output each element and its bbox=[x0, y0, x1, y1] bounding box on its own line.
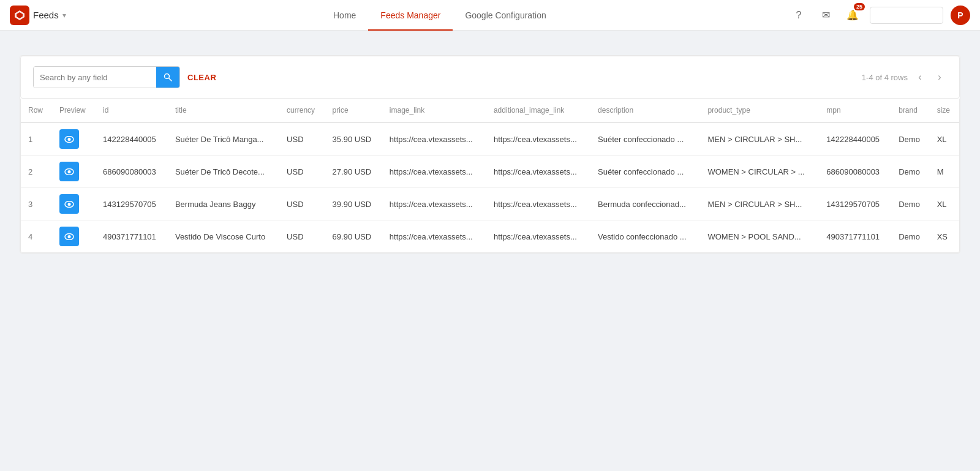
col-header-additional-image-link: additional_image_link bbox=[486, 99, 590, 122]
cell-title: Suéter De Tricô Decote... bbox=[168, 156, 279, 188]
cell-product-type: WOMEN > POOL SAND... bbox=[700, 220, 819, 253]
nav-item-home[interactable]: Home bbox=[321, 0, 368, 31]
table-row: 4 490371771101 Vestido De Viscose Curto … bbox=[21, 220, 959, 253]
cell-price: 27.90 USD bbox=[325, 156, 382, 188]
cell-preview[interactable] bbox=[52, 220, 96, 253]
svg-point-9 bbox=[68, 203, 71, 206]
col-header-brand: brand bbox=[891, 99, 929, 122]
cell-product-type: MEN > CIRCULAR > SH... bbox=[700, 122, 819, 156]
cell-size: XS bbox=[930, 220, 959, 253]
cell-brand: Demo bbox=[891, 122, 929, 156]
data-card: CLEAR 1-4 of 4 rows ‹ › Row Preview id t… bbox=[20, 55, 960, 254]
preview-button[interactable] bbox=[59, 194, 79, 214]
brand-area[interactable]: Feeds ▾ bbox=[10, 6, 66, 25]
cell-mpn: 490371771101 bbox=[819, 220, 891, 253]
col-header-title: title bbox=[168, 99, 279, 122]
cell-description: Vestido confeccionado ... bbox=[590, 220, 700, 253]
cell-id: 143129570705 bbox=[96, 188, 168, 220]
cell-brand: Demo bbox=[891, 220, 929, 253]
cell-id: 686090080003 bbox=[96, 156, 168, 188]
cell-product-type: MEN > CIRCULAR > SH... bbox=[700, 188, 819, 220]
cell-title: Bermuda Jeans Baggy bbox=[168, 188, 279, 220]
cell-title: Suéter De Tricô Manga... bbox=[168, 122, 279, 156]
cell-image-link: https://cea.vtexassets... bbox=[382, 188, 486, 220]
eye-icon bbox=[64, 168, 74, 175]
help-icon[interactable]: ? bbox=[789, 6, 809, 25]
table-row: 1 142228440005 Suéter De Tricô Manga... … bbox=[21, 122, 959, 156]
pagination-next-button[interactable]: › bbox=[932, 70, 947, 85]
cell-size: XL bbox=[930, 188, 959, 220]
pagination-text: 1-4 of 4 rows bbox=[862, 73, 908, 82]
notifications-wrapper[interactable]: 🔔 25 bbox=[843, 6, 862, 25]
preview-button[interactable] bbox=[59, 129, 79, 149]
cell-id: 142228440005 bbox=[96, 122, 168, 156]
cell-description: Suéter confeccionado ... bbox=[590, 122, 700, 156]
search-icon bbox=[164, 73, 172, 81]
cell-description: Bermuda confeccionad... bbox=[590, 188, 700, 220]
table-row: 2 686090080003 Suéter De Tricô Decote...… bbox=[21, 156, 959, 188]
cell-description: Suéter confeccionado ... bbox=[590, 156, 700, 188]
col-header-id: id bbox=[96, 99, 168, 122]
cell-mpn: 143129570705 bbox=[819, 188, 891, 220]
col-header-size: size bbox=[930, 99, 959, 122]
search-toolbar: CLEAR 1-4 of 4 rows ‹ › bbox=[20, 56, 960, 99]
preview-button[interactable] bbox=[59, 227, 79, 246]
data-table: Row Preview id title currency price imag… bbox=[21, 99, 959, 252]
cell-preview[interactable] bbox=[52, 188, 96, 220]
cell-title: Vestido De Viscose Curto bbox=[168, 220, 279, 253]
notification-badge: 25 bbox=[854, 3, 865, 10]
search-field-wrapper bbox=[33, 66, 180, 88]
cell-brand: Demo bbox=[891, 188, 929, 220]
cell-image-link: https://cea.vtexassets... bbox=[382, 220, 486, 253]
svg-point-5 bbox=[68, 138, 71, 141]
cell-price: 35.90 USD bbox=[325, 122, 382, 156]
col-header-price: price bbox=[325, 99, 382, 122]
data-table-container: Row Preview id title currency price imag… bbox=[20, 99, 960, 253]
cell-brand: Demo bbox=[891, 156, 929, 188]
col-header-image-link: image_link bbox=[382, 99, 486, 122]
col-header-currency: currency bbox=[279, 99, 325, 122]
col-header-row: Row bbox=[21, 99, 52, 122]
col-header-description: description bbox=[590, 99, 700, 122]
cell-product-type: WOMEN > CIRCULAR > ... bbox=[700, 156, 819, 188]
cell-id: 490371771101 bbox=[96, 220, 168, 253]
eye-icon bbox=[64, 233, 74, 240]
user-avatar[interactable]: P bbox=[951, 6, 970, 25]
cell-additional-image-link: https://cea.vtexassets... bbox=[486, 156, 590, 188]
cell-mpn: 142228440005 bbox=[819, 122, 891, 156]
table-row: 3 143129570705 Bermuda Jeans Baggy USD 3… bbox=[21, 188, 959, 220]
cell-row: 2 bbox=[21, 156, 52, 188]
svg-point-7 bbox=[68, 170, 71, 173]
brand-dropdown-arrow[interactable]: ▾ bbox=[62, 11, 66, 20]
cell-preview[interactable] bbox=[52, 122, 96, 156]
search-input[interactable] bbox=[34, 67, 156, 88]
topnav-search-input[interactable] bbox=[870, 7, 943, 24]
search-button[interactable] bbox=[156, 67, 179, 88]
mail-icon[interactable]: ✉ bbox=[816, 6, 835, 25]
pagination-info: 1-4 of 4 rows ‹ › bbox=[862, 70, 947, 85]
table-body: 1 142228440005 Suéter De Tricô Manga... … bbox=[21, 122, 959, 252]
nav-item-google-configuration[interactable]: Google Configuration bbox=[453, 0, 558, 31]
cell-additional-image-link: https://cea.vtexassets... bbox=[486, 122, 590, 156]
cell-image-link: https://cea.vtexassets... bbox=[382, 156, 486, 188]
clear-button[interactable]: CLEAR bbox=[187, 73, 216, 82]
cell-currency: USD bbox=[279, 188, 325, 220]
cell-size: XL bbox=[930, 122, 959, 156]
cell-price: 69.90 USD bbox=[325, 220, 382, 253]
col-header-preview: Preview bbox=[52, 99, 96, 122]
col-header-mpn: mpn bbox=[819, 99, 891, 122]
cell-row: 3 bbox=[21, 188, 52, 220]
cell-additional-image-link: https://cea.vtexassets... bbox=[486, 220, 590, 253]
preview-button[interactable] bbox=[59, 162, 79, 181]
main-content: CLEAR 1-4 of 4 rows ‹ › Row Preview id t… bbox=[0, 31, 980, 278]
cell-mpn: 686090080003 bbox=[819, 156, 891, 188]
col-header-product-type: product_type bbox=[700, 99, 819, 122]
nav-item-feeds-manager[interactable]: Feeds Manager bbox=[368, 0, 453, 31]
cell-preview[interactable] bbox=[52, 156, 96, 188]
top-navigation: Feeds ▾ Home Feeds Manager Google Config… bbox=[0, 0, 980, 31]
pagination-prev-button[interactable]: ‹ bbox=[913, 70, 927, 85]
svg-point-11 bbox=[68, 235, 71, 238]
app-logo bbox=[10, 6, 29, 25]
cell-currency: USD bbox=[279, 156, 325, 188]
cell-additional-image-link: https://cea.vtexassets... bbox=[486, 188, 590, 220]
